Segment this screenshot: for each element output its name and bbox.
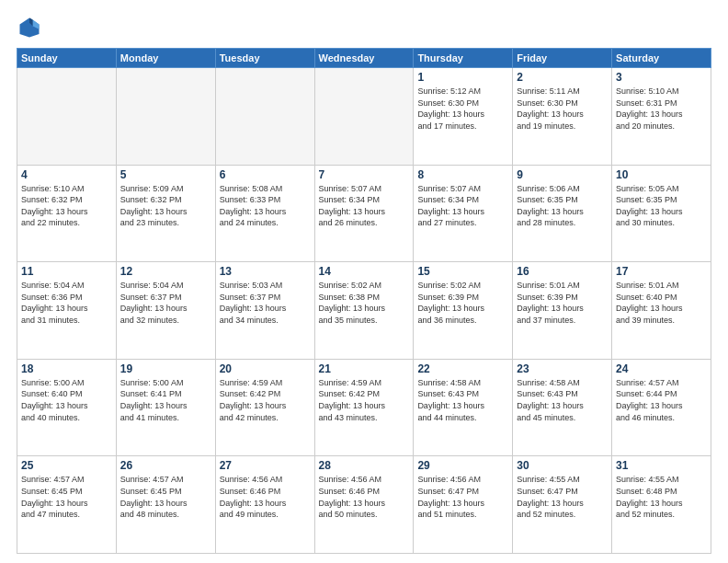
day-info: Sunrise: 4:56 AM Sunset: 6:47 PM Dayligh…: [417, 474, 508, 520]
day-number: 5: [120, 168, 211, 181]
day-info: Sunrise: 4:59 AM Sunset: 6:42 PM Dayligh…: [319, 377, 410, 423]
calendar-day-cell: 17Sunrise: 5:01 AM Sunset: 6:40 PM Dayli…: [612, 262, 711, 360]
day-number: 24: [616, 362, 707, 375]
day-info: Sunrise: 4:58 AM Sunset: 6:43 PM Dayligh…: [417, 377, 508, 423]
day-number: 27: [220, 459, 311, 472]
weekday-header: Friday: [513, 49, 612, 68]
day-number: 26: [120, 459, 211, 472]
day-number: 14: [319, 265, 410, 278]
day-number: 10: [616, 168, 707, 181]
calendar-table: SundayMondayTuesdayWednesdayThursdayFrid…: [17, 48, 711, 554]
calendar-day-cell: [17, 68, 117, 166]
calendar-day-cell: 12Sunrise: 5:04 AM Sunset: 6:37 PM Dayli…: [116, 262, 215, 360]
day-info: Sunrise: 5:05 AM Sunset: 6:35 PM Dayligh…: [616, 183, 707, 229]
day-info: Sunrise: 5:00 AM Sunset: 6:41 PM Dayligh…: [120, 377, 211, 423]
day-number: 19: [120, 362, 211, 375]
day-info: Sunrise: 4:57 AM Sunset: 6:45 PM Dayligh…: [21, 474, 112, 520]
calendar-day-cell: [314, 68, 414, 166]
day-number: 25: [21, 459, 112, 472]
day-number: 4: [21, 168, 112, 181]
day-info: Sunrise: 4:57 AM Sunset: 6:45 PM Dayligh…: [120, 474, 211, 520]
calendar-day-cell: 3Sunrise: 5:10 AM Sunset: 6:31 PM Daylig…: [612, 68, 711, 166]
calendar-day-cell: 11Sunrise: 5:04 AM Sunset: 6:36 PM Dayli…: [17, 262, 117, 360]
calendar-day-cell: 30Sunrise: 4:55 AM Sunset: 6:47 PM Dayli…: [513, 456, 612, 554]
day-number: 6: [220, 168, 311, 181]
day-info: Sunrise: 4:55 AM Sunset: 6:48 PM Dayligh…: [616, 474, 707, 520]
day-info: Sunrise: 4:57 AM Sunset: 6:44 PM Dayligh…: [616, 377, 707, 423]
weekday-header: Thursday: [414, 49, 513, 68]
weekday-header: Tuesday: [215, 49, 314, 68]
page: SundayMondayTuesdayWednesdayThursdayFrid…: [0, 0, 728, 563]
calendar-day-cell: 31Sunrise: 4:55 AM Sunset: 6:48 PM Dayli…: [612, 456, 711, 554]
header: [17, 15, 711, 40]
day-info: Sunrise: 5:01 AM Sunset: 6:39 PM Dayligh…: [517, 280, 608, 326]
day-number: 2: [517, 71, 608, 84]
calendar-day-cell: 8Sunrise: 5:07 AM Sunset: 6:34 PM Daylig…: [414, 165, 513, 262]
calendar-day-cell: 25Sunrise: 4:57 AM Sunset: 6:45 PM Dayli…: [17, 456, 117, 554]
day-number: 11: [21, 265, 112, 278]
calendar-week-row: 1Sunrise: 5:12 AM Sunset: 6:30 PM Daylig…: [17, 68, 711, 166]
day-info: Sunrise: 5:07 AM Sunset: 6:34 PM Dayligh…: [319, 183, 410, 229]
day-info: Sunrise: 5:09 AM Sunset: 6:32 PM Dayligh…: [120, 183, 211, 229]
day-number: 20: [220, 362, 311, 375]
calendar-week-row: 18Sunrise: 5:00 AM Sunset: 6:40 PM Dayli…: [17, 359, 711, 456]
day-number: 12: [120, 265, 211, 278]
day-info: Sunrise: 5:04 AM Sunset: 6:37 PM Dayligh…: [120, 280, 211, 326]
day-number: 15: [417, 265, 508, 278]
day-number: 7: [319, 168, 410, 181]
calendar-day-cell: 21Sunrise: 4:59 AM Sunset: 6:42 PM Dayli…: [314, 359, 414, 456]
day-info: Sunrise: 5:02 AM Sunset: 6:39 PM Dayligh…: [417, 280, 508, 326]
calendar-day-cell: 26Sunrise: 4:57 AM Sunset: 6:45 PM Dayli…: [116, 456, 215, 554]
day-info: Sunrise: 5:03 AM Sunset: 6:37 PM Dayligh…: [220, 280, 311, 326]
day-number: 17: [616, 265, 707, 278]
calendar-day-cell: 27Sunrise: 4:56 AM Sunset: 6:46 PM Dayli…: [215, 456, 314, 554]
calendar-week-row: 4Sunrise: 5:10 AM Sunset: 6:32 PM Daylig…: [17, 165, 711, 262]
logo: [17, 15, 46, 40]
day-number: 13: [220, 265, 311, 278]
day-info: Sunrise: 5:08 AM Sunset: 6:33 PM Dayligh…: [220, 183, 311, 229]
calendar-day-cell: 22Sunrise: 4:58 AM Sunset: 6:43 PM Dayli…: [414, 359, 513, 456]
day-number: 3: [616, 71, 707, 84]
day-number: 1: [417, 71, 508, 84]
calendar-day-cell: 5Sunrise: 5:09 AM Sunset: 6:32 PM Daylig…: [116, 165, 215, 262]
day-info: Sunrise: 5:12 AM Sunset: 6:30 PM Dayligh…: [417, 86, 508, 132]
calendar-day-cell: 24Sunrise: 4:57 AM Sunset: 6:44 PM Dayli…: [612, 359, 711, 456]
day-info: Sunrise: 5:10 AM Sunset: 6:31 PM Dayligh…: [616, 86, 707, 132]
calendar-week-row: 25Sunrise: 4:57 AM Sunset: 6:45 PM Dayli…: [17, 456, 711, 554]
calendar-header-row: SundayMondayTuesdayWednesdayThursdayFrid…: [17, 49, 711, 68]
calendar-day-cell: [116, 68, 215, 166]
weekday-header: Monday: [116, 49, 215, 68]
calendar-day-cell: 23Sunrise: 4:58 AM Sunset: 6:43 PM Dayli…: [513, 359, 612, 456]
day-number: 31: [616, 459, 707, 472]
day-info: Sunrise: 4:56 AM Sunset: 6:46 PM Dayligh…: [220, 474, 311, 520]
day-number: 29: [417, 459, 508, 472]
calendar-day-cell: 7Sunrise: 5:07 AM Sunset: 6:34 PM Daylig…: [314, 165, 414, 262]
weekday-header: Saturday: [612, 49, 711, 68]
weekday-header: Wednesday: [314, 49, 414, 68]
day-number: 30: [517, 459, 608, 472]
day-info: Sunrise: 4:56 AM Sunset: 6:46 PM Dayligh…: [319, 474, 410, 520]
calendar-day-cell: [215, 68, 314, 166]
calendar-day-cell: 13Sunrise: 5:03 AM Sunset: 6:37 PM Dayli…: [215, 262, 314, 360]
calendar-day-cell: 28Sunrise: 4:56 AM Sunset: 6:46 PM Dayli…: [314, 456, 414, 554]
day-info: Sunrise: 5:11 AM Sunset: 6:30 PM Dayligh…: [517, 86, 608, 132]
calendar-week-row: 11Sunrise: 5:04 AM Sunset: 6:36 PM Dayli…: [17, 262, 711, 360]
calendar-day-cell: 9Sunrise: 5:06 AM Sunset: 6:35 PM Daylig…: [513, 165, 612, 262]
day-info: Sunrise: 5:00 AM Sunset: 6:40 PM Dayligh…: [21, 377, 112, 423]
day-number: 8: [417, 168, 508, 181]
calendar-day-cell: 16Sunrise: 5:01 AM Sunset: 6:39 PM Dayli…: [513, 262, 612, 360]
calendar-day-cell: 2Sunrise: 5:11 AM Sunset: 6:30 PM Daylig…: [513, 68, 612, 166]
calendar-day-cell: 18Sunrise: 5:00 AM Sunset: 6:40 PM Dayli…: [17, 359, 117, 456]
day-info: Sunrise: 5:07 AM Sunset: 6:34 PM Dayligh…: [417, 183, 508, 229]
day-info: Sunrise: 5:01 AM Sunset: 6:40 PM Dayligh…: [616, 280, 707, 326]
calendar-day-cell: 14Sunrise: 5:02 AM Sunset: 6:38 PM Dayli…: [314, 262, 414, 360]
day-number: 23: [517, 362, 608, 375]
day-number: 9: [517, 168, 608, 181]
logo-icon: [17, 15, 42, 40]
calendar-day-cell: 20Sunrise: 4:59 AM Sunset: 6:42 PM Dayli…: [215, 359, 314, 456]
day-number: 22: [417, 362, 508, 375]
day-number: 28: [319, 459, 410, 472]
calendar-day-cell: 29Sunrise: 4:56 AM Sunset: 6:47 PM Dayli…: [414, 456, 513, 554]
day-info: Sunrise: 5:02 AM Sunset: 6:38 PM Dayligh…: [319, 280, 410, 326]
day-info: Sunrise: 5:10 AM Sunset: 6:32 PM Dayligh…: [21, 183, 112, 229]
